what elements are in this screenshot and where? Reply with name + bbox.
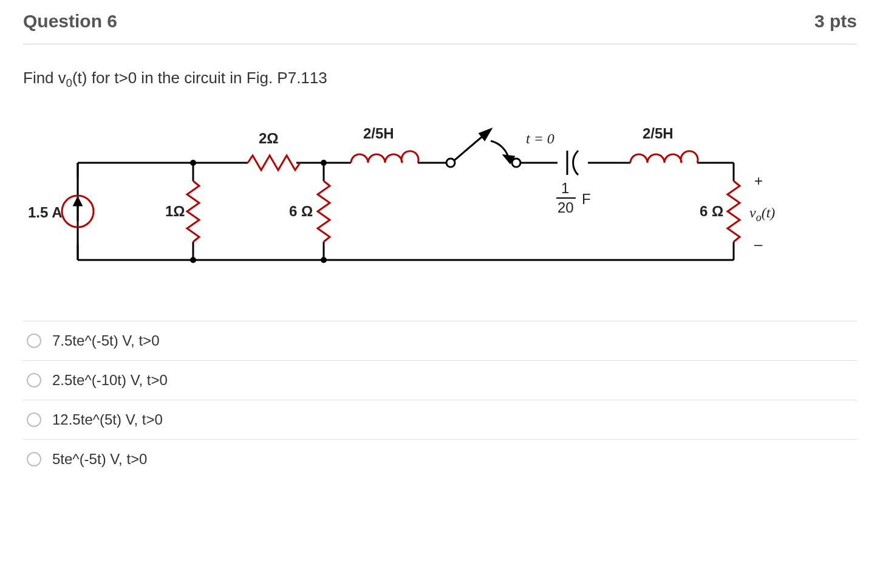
svg-point-1 <box>190 257 196 263</box>
svg-marker-6 <box>74 198 81 205</box>
svg-point-3 <box>321 257 327 263</box>
prompt-pre: Find v <box>23 69 66 87</box>
cap-unit: F <box>582 191 591 207</box>
question-prompt: Find v0(t) for t>0 in the circuit in Fig… <box>23 69 857 90</box>
svg-point-7 <box>446 159 455 167</box>
choice-text: 7.5te^(-5t) V, t>0 <box>52 332 159 349</box>
choice-2[interactable]: 2.5te^(-10t) V, t>0 <box>23 361 857 400</box>
inductor2-label: 2/5H <box>643 125 674 142</box>
r1-label: 1Ω <box>165 203 185 219</box>
question-title: Question 6 <box>23 11 117 32</box>
vo-plus: + <box>754 173 763 189</box>
svg-point-8 <box>512 159 520 167</box>
switch-time-label: t = 0 <box>526 131 554 146</box>
prompt-sub: 0 <box>66 77 72 89</box>
radio-icon <box>27 333 41 348</box>
radio-icon <box>27 452 41 467</box>
radio-icon <box>27 412 41 427</box>
svg-point-2 <box>321 160 327 166</box>
r3-label: 6 Ω <box>289 203 313 219</box>
radio-icon <box>27 373 41 388</box>
choice-text: 5te^(-5t) V, t>0 <box>52 451 147 468</box>
r2-label: 2Ω <box>259 130 279 146</box>
question-header: Question 6 3 pts <box>23 11 857 44</box>
svg-point-0 <box>190 160 196 166</box>
choice-4[interactable]: 5te^(-5t) V, t>0 <box>23 440 857 479</box>
circuit-diagram: 1.5 A 1Ω 2Ω 6 Ω 2/5H <box>23 108 857 290</box>
question-points: 3 pts <box>814 11 857 32</box>
choice-3[interactable]: 12.5te^(5t) V, t>0 <box>23 400 857 440</box>
cap-num: 1 <box>561 180 569 196</box>
choice-1[interactable]: 7.5te^(-5t) V, t>0 <box>23 321 857 361</box>
r4-label: 6 Ω <box>700 203 723 219</box>
answer-choices: 7.5te^(-5t) V, t>0 2.5te^(-10t) V, t>0 1… <box>23 321 857 479</box>
prompt-post: (t) for t>0 in the circuit in Fig. P7.11… <box>72 69 327 87</box>
vo-minus: – <box>754 236 763 252</box>
vo-label: vo(t) <box>749 205 775 224</box>
cap-den: 20 <box>558 199 574 216</box>
choice-text: 12.5te^(5t) V, t>0 <box>52 411 163 428</box>
choice-text: 2.5te^(-10t) V, t>0 <box>52 372 168 389</box>
inductor1-label: 2/5H <box>363 125 394 142</box>
current-source-label: 1.5 A <box>28 204 62 220</box>
